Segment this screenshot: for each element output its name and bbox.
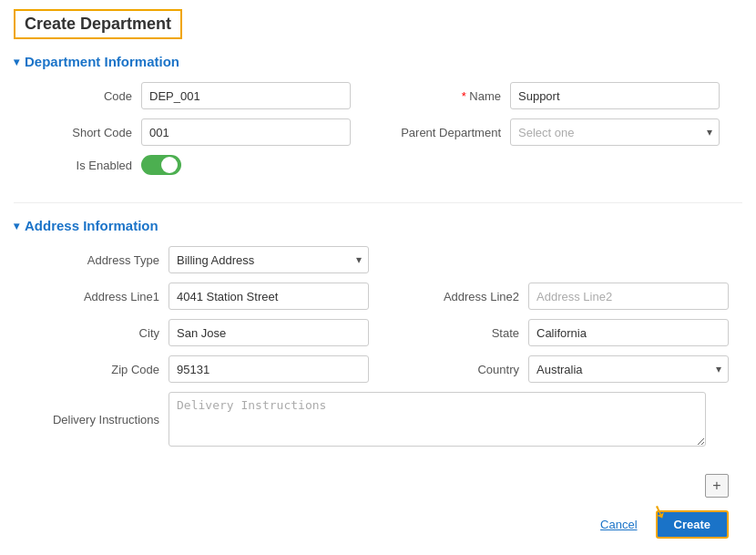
country-row: Country Australia ▾	[383, 355, 742, 383]
delivery-textarea[interactable]	[169, 392, 706, 447]
parent-dept-select[interactable]: Select one	[510, 118, 720, 146]
address-line1-row: Address Line1	[23, 283, 383, 310]
toggle-slider	[141, 155, 181, 175]
zip-input[interactable]	[169, 355, 369, 383]
address-col-right: Address Line2 State Country Australia ▾	[383, 283, 742, 392]
is-enabled-toggle[interactable]	[141, 155, 181, 175]
is-enabled-label: Is Enabled	[23, 159, 141, 172]
address-line1-label: Address Line1	[23, 290, 169, 303]
address-type-select[interactable]: Billing Address	[169, 246, 369, 273]
dept-left-col: Code Short Code Is Enabled	[23, 82, 373, 184]
address-section: ▾ Address Information Address Type Billi…	[14, 218, 742, 447]
city-label: City	[23, 326, 169, 340]
address-form-grid: Address Type Billing Address ▾ Address L…	[14, 246, 742, 447]
chevron-down-icon: ▾	[14, 56, 19, 68]
chevron-down-icon: ▾	[14, 220, 19, 232]
is-enabled-toggle-wrapper	[141, 155, 181, 175]
department-section-header[interactable]: ▾ Department Information	[14, 54, 742, 69]
address-line2-input[interactable]	[528, 283, 729, 310]
country-select[interactable]: Australia	[528, 355, 729, 383]
code-row: Code	[23, 82, 373, 109]
parent-dept-row: Parent Department Select one ▾	[392, 118, 742, 146]
page-title: Create Department	[14, 9, 182, 39]
bottom-actions: +	[14, 465, 742, 507]
short-code-label: Short Code	[23, 126, 141, 139]
state-input[interactable]	[528, 319, 729, 346]
short-code-row: Short Code	[23, 118, 373, 146]
parent-dept-select-wrapper: Select one ▾	[510, 118, 720, 146]
address-type-select-wrapper: Billing Address ▾	[169, 246, 369, 273]
name-row: Name	[392, 82, 742, 109]
zip-label: Zip Code	[23, 363, 169, 376]
short-code-input[interactable]	[141, 118, 351, 146]
state-label: State	[383, 326, 528, 340]
department-form-grid: Code Short Code Is Enabled Name	[14, 82, 742, 184]
delivery-label: Delivery Instructions	[23, 413, 169, 427]
state-row: State	[383, 319, 742, 346]
address-type-row: Address Type Billing Address ▾	[23, 246, 742, 273]
name-input[interactable]	[510, 82, 720, 109]
add-button[interactable]: +	[705, 474, 729, 498]
city-input[interactable]	[169, 319, 369, 346]
address-line1-input[interactable]	[169, 283, 369, 310]
address-two-col: Address Line1 City Zip Code Address Line…	[23, 283, 742, 392]
delivery-row: Delivery Instructions	[23, 392, 742, 447]
code-input[interactable]	[141, 82, 351, 109]
city-row: City	[23, 319, 383, 346]
code-label: Code	[23, 89, 141, 103]
dept-right-col: Name Parent Department Select one ▾	[392, 82, 742, 184]
is-enabled-row: Is Enabled	[23, 155, 373, 175]
department-section: ▾ Department Information Code Short Code…	[14, 54, 742, 184]
country-select-wrapper: Australia ▾	[528, 355, 729, 383]
address-line2-label: Address Line2	[383, 290, 528, 303]
name-label: Name	[392, 89, 510, 103]
parent-dept-label: Parent Department	[392, 126, 510, 139]
address-col-left: Address Line1 City Zip Code	[23, 283, 383, 392]
section-divider	[14, 202, 742, 203]
country-label: Country	[383, 363, 528, 376]
zip-row: Zip Code	[23, 355, 383, 383]
address-type-label: Address Type	[23, 253, 169, 267]
cancel-button[interactable]: Cancel	[591, 512, 646, 537]
address-line2-row: Address Line2	[383, 283, 742, 310]
address-section-header[interactable]: ▾ Address Information	[14, 218, 742, 233]
